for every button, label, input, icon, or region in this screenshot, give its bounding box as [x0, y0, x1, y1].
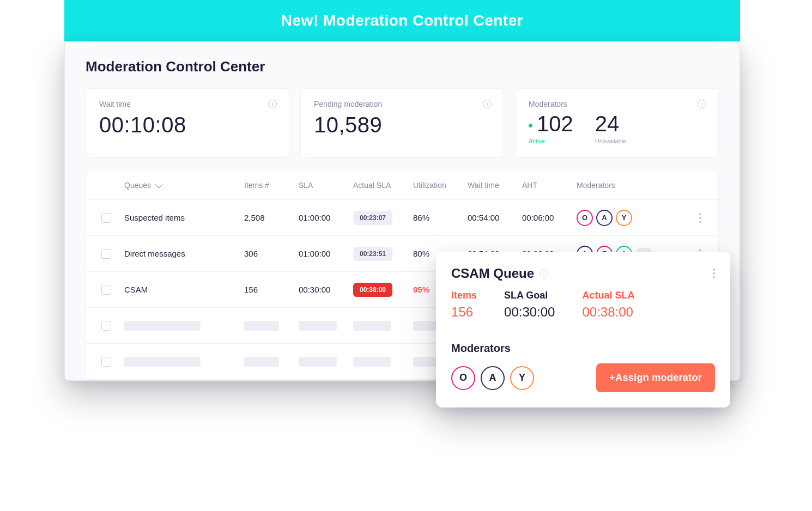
summary-cards: i Wait time 00:10:08 i Pending moderatio…	[86, 88, 719, 158]
moderator-avatar[interactable]: Y	[616, 210, 632, 226]
column-actual-sla: Actual SLA	[351, 181, 411, 190]
actual-sla-pill: 00:23:07	[353, 211, 392, 225]
moderators-active-count: 102	[529, 113, 573, 135]
card-wait-time-value: 00:10:08	[99, 113, 276, 137]
info-icon[interactable]: i	[698, 100, 706, 108]
card-wait-time-label: Wait time	[99, 100, 276, 108]
utilization-cell: 86%	[411, 213, 465, 222]
kebab-menu-icon[interactable]	[689, 213, 712, 223]
info-icon[interactable]: i	[268, 100, 277, 108]
items-cell: 156	[242, 285, 296, 294]
column-sla: SLA	[296, 181, 351, 190]
sla-cell: 01:00:00	[296, 213, 351, 222]
card-moderators-label: Moderators	[529, 100, 705, 108]
kebab-menu-icon[interactable]	[713, 269, 715, 278]
card-moderators: i Moderators 102 Active 24 Unavailable	[515, 88, 719, 158]
items-cell: 2,508	[242, 213, 296, 222]
row-checkbox[interactable]	[101, 285, 111, 295]
queue-name-cell: CSAM	[122, 285, 242, 294]
column-queues[interactable]: Queues	[124, 181, 161, 190]
wait-time-cell: 00:54:00	[465, 213, 520, 222]
column-wait-time: Wait time	[465, 181, 520, 190]
popover-actual-sla-stat: Actual SLA 00:38:00	[582, 290, 634, 320]
moderators-unavailable-label: Unavailable	[595, 138, 626, 144]
queue-name-cell: Direct messages	[122, 249, 242, 258]
card-pending-value: 10,589	[314, 113, 490, 137]
sla-cell: 01:00:00	[296, 249, 351, 258]
moderator-avatar[interactable]: Y	[510, 366, 534, 390]
card-wait-time: i Wait time 00:10:08	[86, 88, 289, 158]
row-checkbox[interactable]	[101, 357, 111, 367]
popover-moderators-label: Moderators	[451, 342, 715, 355]
assign-moderator-button[interactable]: +Assign moderator	[596, 363, 715, 392]
popover-moderator-avatars: OAY	[451, 366, 534, 390]
info-icon[interactable]: i	[540, 269, 548, 278]
banner: New! Moderation Control Center	[64, 0, 740, 41]
actual-sla-pill: 00:38:00	[353, 283, 392, 297]
row-checkbox[interactable]	[101, 213, 111, 223]
queue-detail-popover: CSAM Queue i Items 156 SLA Goal 00:30:00…	[436, 252, 730, 407]
row-checkbox[interactable]	[101, 321, 111, 331]
moderator-avatar[interactable]: O	[451, 366, 475, 390]
card-pending: i Pending moderation 10,589	[300, 88, 504, 158]
moderator-avatars: OAY	[577, 210, 684, 226]
chevron-down-icon	[155, 180, 162, 188]
column-aht: AHT	[520, 181, 574, 190]
active-dot-icon	[529, 124, 532, 127]
moderator-avatar[interactable]: A	[481, 366, 505, 390]
column-items: Items #	[242, 181, 296, 190]
moderator-avatar[interactable]: O	[577, 210, 593, 226]
page-title: Moderation Control Center	[86, 58, 719, 75]
popover-title: CSAM Queue	[451, 266, 534, 281]
queue-name-cell: Suspected items	[122, 213, 242, 222]
column-moderators: Moderators	[574, 181, 687, 190]
popover-sla-goal-stat: SLA Goal 00:30:00	[504, 290, 555, 320]
aht-cell: 00:06:00	[520, 213, 574, 222]
sla-cell: 00:30:00	[296, 285, 351, 294]
card-pending-label: Pending moderation	[314, 100, 490, 108]
moderator-avatar[interactable]: A	[596, 210, 613, 226]
banner-title: New! Moderation Control Center	[281, 12, 523, 29]
table-header-row: Queues Items # SLA Actual SLA Utilizatio…	[86, 171, 718, 200]
info-icon[interactable]: i	[483, 100, 492, 108]
moderators-unavailable-count: 24	[595, 113, 626, 135]
moderators-active-label: Active	[529, 138, 573, 144]
items-cell: 306	[242, 249, 296, 258]
actual-sla-pill: 00:23:51	[353, 247, 392, 261]
row-checkbox[interactable]	[101, 249, 111, 259]
table-row[interactable]: Suspected items2,50801:00:0000:23:0786%0…	[86, 200, 718, 236]
column-utilization: Utilization	[411, 181, 465, 190]
popover-items-stat: Items 156	[451, 290, 477, 320]
